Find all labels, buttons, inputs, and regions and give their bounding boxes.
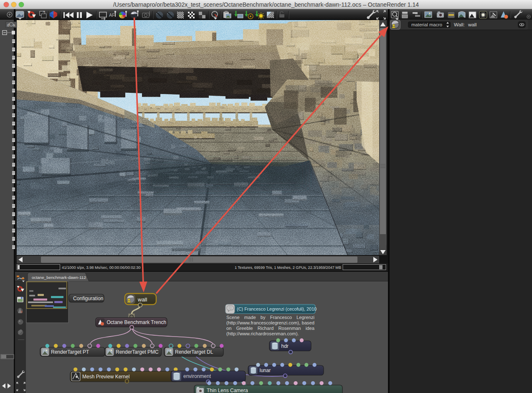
svg-text:(C) Francesco Legrenzi (cecofu: (C) Francesco Legrenzi (cecofuli), 2010: [237, 306, 317, 311]
svg-text:/Users/barnapro/or/beta302x_te: /Users/barnapro/or/beta302x_test_scenes/…: [113, 1, 419, 8]
svg-text:RenderTarget DL: RenderTarget DL: [175, 349, 213, 355]
svg-text:material macro: material macro: [411, 22, 442, 27]
svg-text:41/1000 s/px, 3.98 Ms/sec, 00:: 41/1000 s/px, 3.98 Ms/sec, 00:00:06/00:0…: [62, 265, 141, 270]
svg-text:octane_benchmark-dawn-112: octane_benchmark-dawn-112: [32, 275, 86, 280]
svg-text:on Greeble Richard Rosenman id: on Greeble Richard Rosenman idea: [226, 326, 315, 331]
svg-text:Octane Benchmark Trench: Octane Benchmark Trench: [107, 319, 167, 325]
svg-text:Mesh Preview Kernel: Mesh Preview Kernel: [82, 374, 129, 380]
svg-text:wall: wall: [137, 296, 147, 303]
svg-text:hdr: hdr: [281, 343, 289, 349]
svg-text:RenderTarget PMC: RenderTarget PMC: [116, 349, 159, 355]
svg-text:↗: ↗: [42, 10, 45, 14]
svg-text:d: d: [7, 23, 9, 27]
svg-text:Scene made by Francesco Legren: Scene made by Francesco Legrenzi: [226, 315, 314, 320]
svg-text:a: a: [13, 23, 15, 27]
svg-text:(http://www.richardrosenman.co: (http://www.richardrosenman.com).: [226, 331, 299, 336]
svg-text:Thin Lens Camera: Thin Lens Camera: [207, 388, 248, 393]
svg-text:environment: environment: [183, 373, 211, 379]
svg-text:1 Textures, 69599 Tris, 1 Mesh: 1 Textures, 69599 Tris, 1 Meshes, 2 GPUs…: [235, 265, 341, 270]
svg-text:RenderTarget PT: RenderTarget PT: [51, 349, 89, 355]
svg-text:AF: AF: [109, 13, 115, 18]
svg-text:wall: wall: [468, 22, 476, 28]
svg-text:(http://www.francescolegrenzi.: (http://www.francescolegrenzi.com), base…: [226, 320, 314, 325]
svg-text:lunar: lunar: [260, 367, 271, 373]
svg-text:Wall:: Wall:: [454, 22, 465, 28]
svg-text:Configuration: Configuration: [73, 296, 104, 301]
